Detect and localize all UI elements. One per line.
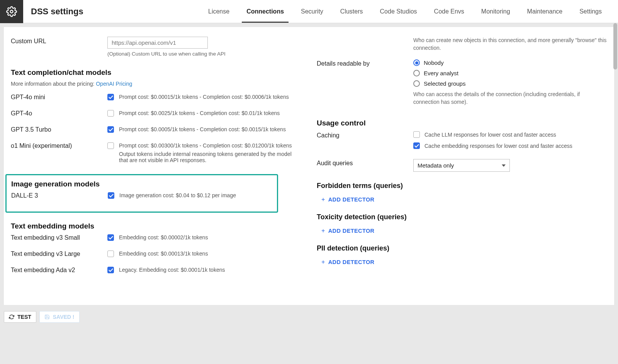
right-column: Who can create new objects in this conne… — [317, 37, 607, 297]
audit-select[interactable]: Metadata only — [413, 159, 510, 172]
tab-connections[interactable]: Connections — [238, 0, 292, 23]
model-checkbox[interactable] — [107, 234, 114, 241]
radio-every-analyst[interactable] — [413, 70, 420, 76]
test-button[interactable]: TEST — [4, 311, 36, 323]
details-label: Details readable by — [317, 59, 413, 67]
cache-embedding-text: Cache embedding responses for lower cost… — [424, 143, 572, 149]
refresh-icon — [9, 314, 14, 320]
model-row: Text embedding v3 LargeEmbedding cost: $… — [11, 251, 301, 258]
footer-bar: TEST SAVED ! — [0, 309, 618, 327]
model-row: GPT-4oPrompt cost: $0.0025/1k tokens - C… — [11, 110, 301, 118]
create-note: Who can create new objects in this conne… — [413, 37, 607, 52]
model-checkbox[interactable] — [107, 142, 114, 149]
details-note: Who can access the details of the connec… — [413, 91, 607, 106]
model-name: GPT-4o mini — [11, 94, 107, 101]
details-radio-row: Nobody — [413, 59, 607, 66]
app-header: DSS settings LicenseConnectionsSecurityC… — [0, 0, 618, 23]
model-checkbox[interactable] — [107, 126, 114, 133]
radio-nobody[interactable] — [413, 59, 420, 66]
embed-models-title: Text embedding models — [11, 222, 301, 230]
model-name: GPT 3.5 Turbo — [11, 126, 107, 133]
tab-license[interactable]: License — [200, 0, 238, 23]
cache-llm-text: Cache LLM responses for lower cost and f… — [424, 132, 556, 138]
model-name: Text embedding v3 Large — [11, 251, 107, 257]
model-cost-text: Prompt cost: $0.0005/1k tokens - Complet… — [119, 126, 301, 132]
forbidden-title: Forbidden terms (queries) — [317, 182, 607, 190]
tab-monitoring[interactable]: Monitoring — [473, 0, 519, 23]
cache-llm-checkbox[interactable] — [413, 131, 420, 138]
model-name: Text embedding Ada v2 — [11, 267, 107, 274]
tab-security[interactable]: Security — [292, 0, 332, 23]
details-radio-row: Selected groups — [413, 80, 607, 87]
pricing-info: More information about the pricing: Open… — [11, 81, 301, 87]
settings-panel: Custom URL (Optional) Custom URL to use … — [4, 27, 614, 305]
cache-embedding-checkbox[interactable] — [413, 142, 420, 149]
add-detector-toxicity[interactable]: + ADD DETECTOR — [321, 227, 607, 234]
custom-url-input[interactable] — [107, 37, 208, 49]
text-models-title: Text completion/chat models — [11, 68, 301, 77]
model-cost-text: Image generation cost: $0.04 to $0.12 pe… — [119, 192, 272, 198]
image-models-highlight: Image generation models DALL-E 3Image ge… — [5, 174, 278, 213]
audit-label: Audit queries — [317, 159, 413, 167]
plus-icon: + — [321, 259, 325, 266]
model-cost-text: Embedding cost: $0.00013/1k tokens — [119, 251, 301, 257]
caching-label: Caching — [317, 131, 413, 139]
model-cost-text: Embedding cost: $0.00002/1k tokens — [119, 234, 301, 240]
model-cost-text: Prompt cost: $0.00015/1k tokens - Comple… — [119, 94, 301, 100]
model-name: DALL-E 3 — [11, 192, 108, 199]
details-radio-row: Every analyst — [413, 70, 607, 76]
gear-icon — [0, 0, 23, 23]
left-column: Custom URL (Optional) Custom URL to use … — [11, 37, 301, 297]
tab-code-envs[interactable]: Code Envs — [426, 0, 473, 23]
model-checkbox[interactable] — [107, 94, 114, 100]
usage-title: Usage control — [317, 119, 607, 127]
model-row: GPT 3.5 TurboPrompt cost: $0.0005/1k tok… — [11, 126, 301, 134]
custom-url-helper: (Optional) Custom URL to use when callin… — [107, 51, 301, 57]
scrollbar[interactable] — [613, 23, 617, 69]
add-detector-pii[interactable]: + ADD DETECTOR — [321, 259, 607, 266]
model-checkbox[interactable] — [107, 251, 114, 257]
model-checkbox[interactable] — [107, 267, 114, 273]
custom-url-label: Custom URL — [11, 37, 107, 45]
tab-code-studios[interactable]: Code Studios — [372, 0, 426, 23]
toxicity-title: Toxicity detection (queries) — [317, 213, 607, 221]
tab-maintenance[interactable]: Maintenance — [519, 0, 571, 23]
image-models-title: Image generation models — [11, 180, 272, 188]
tab-settings[interactable]: Settings — [571, 0, 610, 23]
svg-point-0 — [10, 10, 13, 13]
plus-icon: + — [321, 227, 325, 234]
pii-title: PII detection (queries) — [317, 244, 607, 252]
model-row: DALL-E 3Image generation cost: $0.04 to … — [11, 192, 272, 200]
model-checkbox[interactable] — [108, 192, 114, 199]
model-name: GPT-4o — [11, 110, 107, 117]
model-cost-text: Legacy. Embedding cost: $0.0001/1k token… — [119, 267, 301, 273]
pricing-link[interactable]: OpenAI Pricing — [96, 81, 132, 87]
model-row: Text embedding v3 SmallEmbedding cost: $… — [11, 234, 301, 242]
model-name: Text embedding v3 Small — [11, 234, 107, 241]
model-checkbox[interactable] — [107, 110, 114, 117]
radio-label: Every analyst — [424, 70, 458, 76]
model-cost-text: Prompt cost: $0.00300/1k tokens - Comple… — [119, 142, 301, 163]
model-row: Text embedding Ada v2Legacy. Embedding c… — [11, 267, 301, 274]
add-detector-forbidden[interactable]: + ADD DETECTOR — [321, 196, 607, 203]
top-tabs: LicenseConnectionsSecurityClustersCode S… — [200, 0, 618, 23]
radio-selected-groups[interactable] — [413, 80, 420, 87]
saved-button: SAVED ! — [39, 311, 80, 323]
page-title: DSS settings — [23, 7, 91, 17]
radio-label: Selected groups — [424, 80, 465, 87]
radio-label: Nobody — [424, 59, 444, 66]
tab-clusters[interactable]: Clusters — [332, 0, 372, 23]
model-cost-text: Prompt cost: $0.0025/1k tokens - Complet… — [119, 110, 301, 116]
model-name: o1 Mini (experimental) — [11, 142, 107, 149]
model-row: GPT-4o miniPrompt cost: $0.00015/1k toke… — [11, 94, 301, 102]
plus-icon: + — [321, 196, 325, 203]
save-icon — [44, 314, 50, 320]
chevron-down-icon — [502, 164, 506, 167]
model-row: o1 Mini (experimental)Prompt cost: $0.00… — [11, 142, 301, 163]
